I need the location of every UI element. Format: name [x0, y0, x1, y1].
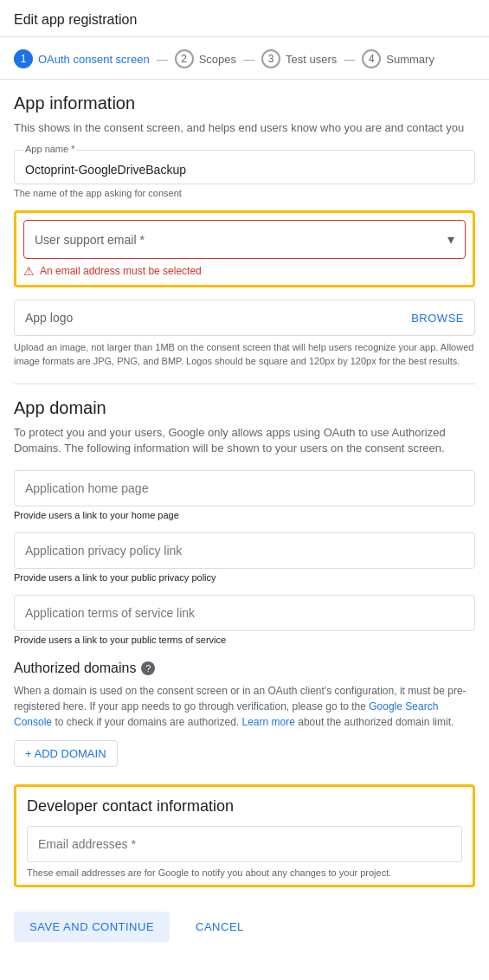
- step-1: 1 OAuth consent screen: [14, 49, 150, 68]
- user-email-highlight: User support email * ▾ ⚠ An email addres…: [14, 210, 475, 287]
- home-page-hint: Provide users a link to your home page: [14, 510, 475, 520]
- email-dropdown-arrow-icon: ▾: [447, 231, 454, 248]
- terms-hint-text: Provide users a link to your public term…: [14, 635, 226, 645]
- app-name-field-wrapper: App name *: [14, 150, 475, 184]
- save-and-continue-button[interactable]: SAVE AND CONTINUE: [14, 912, 170, 942]
- page-title: Edit app registration: [14, 12, 137, 27]
- auth-desc-part2: to check if your domains are authorized.: [55, 716, 241, 728]
- step-divider-3: —: [344, 53, 355, 66]
- app-info-desc: This shows in the consent screen, and he…: [14, 120, 475, 136]
- auth-desc-part3: about the authorized domain limit.: [298, 716, 454, 728]
- home-page-field-group: Provide users a link to your home page: [14, 470, 475, 520]
- app-logo-field-group: App logo BROWSE Upload an image, not lar…: [14, 300, 475, 368]
- step-label-1: OAuth consent screen: [38, 53, 150, 66]
- app-name-input[interactable]: [25, 163, 464, 177]
- app-logo-label: App logo: [25, 311, 73, 325]
- learn-more-link[interactable]: Learn more: [242, 716, 295, 728]
- privacy-policy-field: [14, 532, 475, 569]
- home-page-input[interactable]: [25, 481, 464, 495]
- privacy-policy-field-group: Provide users a link to your public priv…: [14, 532, 475, 583]
- main-content: App information This shows in the consen…: [0, 80, 489, 887]
- step-divider-2: —: [243, 53, 254, 66]
- help-icon[interactable]: ?: [141, 661, 155, 675]
- home-page-field: [14, 470, 475, 506]
- step-4: 4 Summary: [362, 49, 434, 68]
- app-domain-desc: To protect you and your users, Google on…: [14, 425, 475, 456]
- step-2: 2 Scopes: [175, 49, 236, 68]
- authorized-domains-header: Authorized domains ?: [14, 661, 475, 676]
- step-label-4: Summary: [386, 53, 434, 66]
- step-3: 3 Test users: [261, 49, 337, 68]
- app-info-title: App information: [14, 93, 475, 113]
- step-circle-3: 3: [261, 49, 280, 68]
- bottom-action-bar: SAVE AND CONTINUE CANCEL: [0, 901, 489, 956]
- add-domain-button[interactable]: + ADD DOMAIN: [14, 740, 118, 767]
- terms-field-group: Provide users a link to your public term…: [14, 595, 475, 645]
- developer-email-input[interactable]: [38, 837, 451, 851]
- terms-hint: Provide users a link to your public term…: [14, 635, 475, 645]
- app-name-hint: The name of the app asking for consent: [14, 188, 475, 198]
- authorized-domains-section: Authorized domains ? When a domain is us…: [14, 661, 475, 767]
- home-page-hint-text: Provide users a link to your home page: [14, 510, 179, 520]
- terms-input[interactable]: [25, 606, 464, 620]
- authorized-domains-desc: When a domain is used on the consent scr…: [14, 683, 475, 730]
- user-email-field-group: User support email * ▾ ⚠ An email addres…: [23, 220, 466, 278]
- authorized-domains-title: Authorized domains: [14, 661, 136, 676]
- step-label-3: Test users: [286, 53, 337, 66]
- app-domain-title: App domain: [14, 398, 475, 418]
- email-error-text: An email address must be selected: [40, 265, 202, 277]
- privacy-policy-hint: Provide users a link to your public priv…: [14, 572, 475, 583]
- developer-email-field: [27, 826, 462, 862]
- step-circle-1: 1: [14, 49, 33, 68]
- step-divider-1: —: [157, 53, 168, 66]
- step-circle-4: 4: [362, 49, 381, 68]
- app-domain-section: App domain To protect you and your users…: [14, 398, 475, 645]
- privacy-policy-input[interactable]: [25, 544, 464, 558]
- privacy-policy-hint-text: Provide users a link to your public priv…: [14, 572, 216, 583]
- app-logo-field: App logo BROWSE: [14, 300, 475, 336]
- app-information-section: App information This shows in the consen…: [14, 93, 475, 368]
- user-email-dropdown[interactable]: User support email * ▾: [23, 220, 466, 259]
- developer-email-hint: These email addresses are for Google to …: [27, 867, 462, 878]
- error-icon: ⚠: [23, 264, 35, 278]
- app-name-label: App name *: [23, 144, 76, 154]
- step-circle-2: 2: [175, 49, 194, 68]
- terms-field: [14, 595, 475, 631]
- app-logo-hint: Upload an image, not larger than 1MB on …: [14, 341, 475, 368]
- developer-contact-box: Developer contact information These emai…: [14, 784, 475, 887]
- cancel-button[interactable]: CANCEL: [180, 912, 260, 942]
- step-label-2: Scopes: [199, 53, 236, 66]
- section-divider-1: [14, 384, 475, 384]
- email-error-message: ⚠ An email address must be selected: [23, 264, 466, 278]
- browse-button[interactable]: BROWSE: [411, 312, 464, 325]
- app-name-field-group: App name * The name of the app asking fo…: [14, 150, 475, 198]
- user-email-label: User support email *: [35, 233, 145, 247]
- stepper: 1 OAuth consent screen — 2 Scopes — 3 Te…: [0, 37, 489, 80]
- developer-contact-title: Developer contact information: [27, 797, 462, 816]
- page-header: Edit app registration: [0, 0, 489, 37]
